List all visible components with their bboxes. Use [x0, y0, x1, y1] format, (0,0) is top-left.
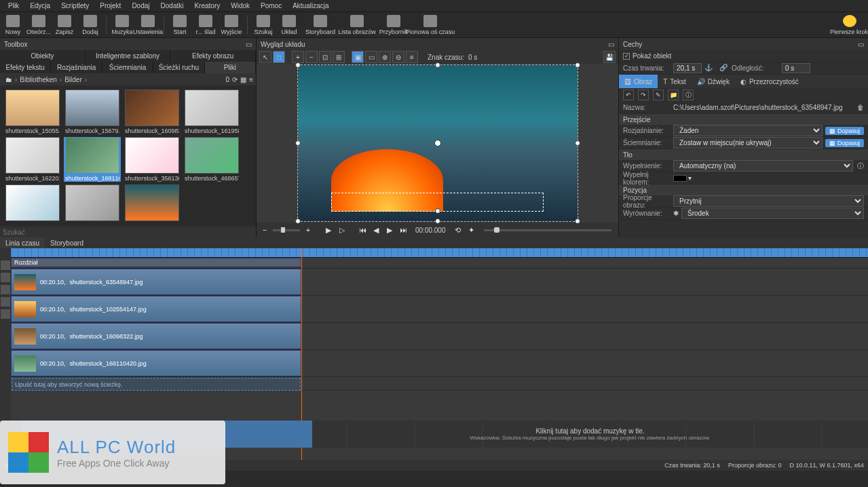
fill-select[interactable]: Automatyczny (na)	[673, 160, 853, 172]
fit-button[interactable]: ▦ Dopasuj	[825, 127, 864, 135]
lock-icon[interactable]: ⚓	[704, 64, 714, 73]
tab-sound[interactable]: 🔊 Dźwięk	[692, 75, 735, 88]
close-icon[interactable]: ▭	[858, 41, 864, 48]
folder-icon[interactable]: 🖿	[3, 76, 15, 83]
grid-icon[interactable]: ⊞	[333, 51, 345, 63]
track-icon[interactable]	[1, 285, 10, 294]
tool-search[interactable]: Szukaj	[250, 12, 276, 38]
close-icon[interactable]: ▭	[246, 41, 252, 48]
menu-item[interactable]: Plik	[3, 2, 24, 9]
tab-imgfx[interactable]: Efekty obrazu	[170, 50, 256, 62]
tab-fadeout[interactable]: Ściemniania	[102, 62, 153, 73]
edit-icon[interactable]: ✎	[653, 90, 664, 100]
thumb-item[interactable]: shutterstock_168110...	[64, 137, 121, 182]
thumb-item[interactable]	[124, 184, 181, 222]
track-icon[interactable]	[1, 297, 10, 307]
tool-new[interactable]: Nowy	[0, 12, 26, 38]
resize-handle[interactable]	[435, 208, 440, 214]
menu-item[interactable]: Widok	[225, 2, 255, 9]
search-input[interactable]	[3, 229, 253, 236]
tool-layout[interactable]: Układ	[276, 12, 302, 38]
refresh-icon[interactable]: ⟳	[232, 76, 238, 83]
resize-handle[interactable]	[575, 218, 580, 224]
drop-track[interactable]: Upuść tutaj aby stworzyć nową ścieżkę.	[12, 378, 301, 391]
info-icon[interactable]: ⓘ	[683, 90, 694, 100]
track-icon[interactable]	[1, 273, 10, 282]
fadeout-select[interactable]: Zostaw w miejscu(nie ukrywaj)	[673, 137, 823, 149]
play-icon[interactable]: ▶	[323, 225, 334, 235]
play-from-icon[interactable]: ▷	[337, 225, 347, 235]
first-icon[interactable]: ⏮	[357, 225, 368, 235]
zoom-in-icon[interactable]: +	[303, 225, 314, 235]
preview-canvas[interactable]	[257, 64, 618, 222]
zoom-out-icon[interactable]: −	[305, 51, 318, 63]
thumb-item[interactable]: shutterstock_15679...	[64, 90, 121, 134]
chapter-clip[interactable]: Rozdział	[11, 258, 301, 267]
select-icon[interactable]: □	[273, 51, 285, 63]
save-frame-icon[interactable]: 💾	[603, 51, 616, 63]
clear-icon[interactable]: 🗑	[857, 104, 864, 111]
track-icon[interactable]	[1, 260, 10, 270]
timeline-ruler[interactable]	[11, 248, 868, 258]
cursor-icon[interactable]: ↖	[259, 51, 271, 63]
tool-play[interactable]: Start	[167, 12, 193, 38]
align-icon[interactable]: ≡	[406, 51, 418, 63]
aspect-select[interactable]: Przytnij	[673, 195, 864, 207]
seek-slider[interactable]	[484, 229, 612, 231]
link-icon[interactable]: 🔗	[719, 64, 729, 73]
tab-motion[interactable]: Ścieżki ruchu	[153, 62, 204, 73]
menu-item[interactable]: Kreatory	[189, 2, 225, 9]
canvas-object[interactable]	[297, 64, 578, 222]
resize-handle[interactable]	[575, 140, 580, 146]
crop-icon[interactable]: ▭	[365, 51, 377, 63]
tool-add[interactable]: Dodaj	[77, 12, 103, 38]
tool-save[interactable]: Zapisz	[52, 12, 77, 38]
loop-icon[interactable]: ⟲	[453, 225, 464, 235]
menu-item[interactable]: Scriptlety	[56, 2, 94, 9]
tab-text[interactable]: T Tekst	[658, 75, 691, 88]
caption-box[interactable]	[331, 193, 544, 212]
thumb-item[interactable]: shutterstock_46865710	[183, 137, 240, 182]
tool-vtimeline[interactable]: Pionowa oś czasu	[412, 12, 449, 38]
resize-handle[interactable]	[295, 62, 301, 68]
prev-icon[interactable]: ◀	[371, 225, 381, 235]
tool-settings[interactable]: Ustawienia	[135, 12, 161, 38]
tool-storyboard[interactable]: Storyboard	[302, 12, 339, 38]
rotate-right-icon[interactable]: ↷	[638, 90, 649, 100]
tab-opacity[interactable]: ◐ Przezroczystość	[735, 75, 804, 88]
zoom-out-icon[interactable]: −	[259, 225, 270, 235]
layout-icon[interactable]: ▦	[240, 76, 246, 83]
add-icon[interactable]: ⊕	[379, 51, 391, 63]
tab-image[interactable]: 🖼 Obraz	[619, 75, 658, 88]
center-handle[interactable]	[434, 140, 441, 147]
tool-music[interactable]: Muzyka	[109, 12, 135, 38]
tool-imagelist[interactable]: Lista obrazów	[339, 12, 375, 38]
info-icon[interactable]: ⓘ	[857, 161, 864, 171]
menu-item[interactable]: Dodatki	[155, 2, 189, 9]
sel-mode-icon[interactable]: ▣	[352, 51, 364, 63]
tab-templates[interactable]: Inteligentne szablony	[86, 50, 171, 62]
zoom-in-icon[interactable]: +	[292, 51, 304, 63]
thumb-item[interactable]: shutterstock_16098322	[124, 90, 181, 134]
rotate-left-icon[interactable]: ↶	[623, 90, 634, 100]
remove-icon[interactable]: ⊖	[392, 51, 404, 63]
folder-icon[interactable]: 📁	[668, 90, 679, 100]
track-icon[interactable]	[1, 309, 10, 319]
tab-fadein[interactable]: Rozjaśniania	[51, 62, 102, 73]
resize-handle[interactable]	[435, 62, 440, 68]
tool-open[interactable]: Otwórz...	[26, 12, 52, 38]
fx-icon[interactable]: ✦	[466, 225, 477, 235]
thumb-item[interactable]: shutterstock_162201...	[4, 137, 61, 182]
resize-handle[interactable]	[575, 62, 580, 68]
offset-input[interactable]	[782, 63, 810, 73]
thumb-item[interactable]	[64, 184, 121, 222]
show-object-check[interactable]: ✓Pokaż obiekt	[623, 52, 671, 60]
tab-timeline[interactable]: Linia czasu	[0, 237, 45, 248]
resize-handle[interactable]	[295, 140, 301, 146]
menu-item[interactable]: Aktualizacja	[287, 2, 334, 9]
color-swatch[interactable]	[673, 175, 687, 182]
thumb-item[interactable]: shutterstock_35613667	[124, 137, 181, 182]
menu-item[interactable]: Dodaj	[126, 2, 155, 9]
tab-objects[interactable]: Obiekty	[0, 50, 86, 62]
tab-storyboard[interactable]: Storyboard	[45, 237, 89, 248]
